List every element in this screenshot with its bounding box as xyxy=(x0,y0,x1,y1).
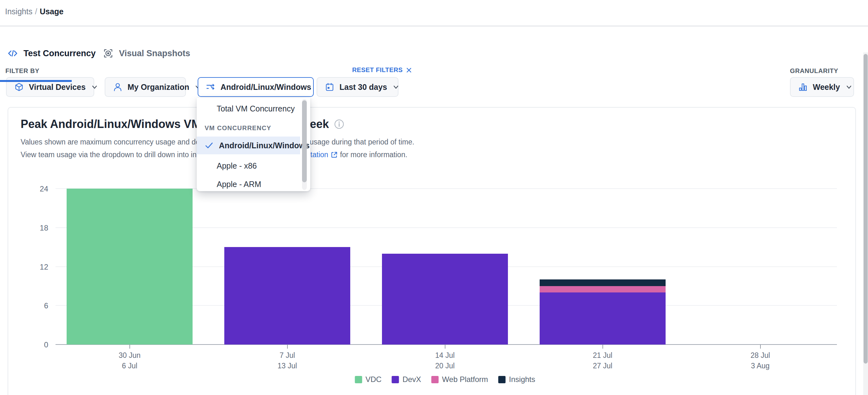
dropdown-item-label: Apple - ARM xyxy=(217,180,261,189)
filter-label: Last 30 days xyxy=(339,83,387,92)
bar-segment-web-platform[interactable] xyxy=(540,286,666,292)
page-scrollbar-track[interactable] xyxy=(863,52,868,395)
filter-organization-dropdown[interactable]: My Organization xyxy=(105,77,186,97)
filter-by-label: FILTER BY xyxy=(5,67,39,75)
dropdown-section-label: VM CONCURRENCY xyxy=(205,124,271,132)
dropdown-item-total-vm-concurrency[interactable]: Total VM Concurrency xyxy=(197,100,300,117)
legend-item-vdc[interactable]: VDC xyxy=(355,375,382,384)
close-icon xyxy=(406,67,412,73)
tab-visual-snapshots[interactable]: Visual Snapshots xyxy=(103,26,190,81)
info-icon[interactable] xyxy=(334,119,344,129)
legend-item-insights[interactable]: Insights xyxy=(498,375,535,384)
shuffle-icon xyxy=(206,82,215,92)
dropdown-item-apple-x86[interactable]: Apple - x86 xyxy=(197,158,300,174)
legend-label: DevX xyxy=(403,375,421,384)
check-icon xyxy=(205,141,214,150)
code-icon xyxy=(8,48,18,58)
dropdown-item-label: Android/Linux/Windows xyxy=(219,141,310,150)
dropdown-item-android-linux-windows[interactable]: Android/Linux/Windows xyxy=(197,137,300,154)
legend-label: VDC xyxy=(366,375,382,384)
bar-segment-insights[interactable] xyxy=(540,279,666,286)
breadcrumb-section[interactable]: Insights xyxy=(5,7,32,16)
dropdown-item-apple-arm[interactable]: Apple - ARM xyxy=(197,176,300,192)
legend-swatch xyxy=(431,376,438,383)
snapshot-eye-icon xyxy=(103,48,113,58)
bar-segment-devx[interactable] xyxy=(382,254,508,344)
bar-chart-icon xyxy=(798,82,808,92)
filter-label: Virtual Devices xyxy=(29,83,86,92)
calendar-icon xyxy=(325,82,334,92)
page-scrollbar-thumb[interactable] xyxy=(864,54,868,364)
legend-label: Insights xyxy=(509,375,535,384)
filter-date-range-dropdown[interactable]: Last 30 days xyxy=(317,77,399,97)
granularity-dropdown[interactable]: Weekly xyxy=(790,77,854,97)
active-tab-underline xyxy=(0,80,72,82)
legend-item-web-platform[interactable]: Web Platform xyxy=(431,375,488,384)
chevron-down-icon xyxy=(91,83,98,91)
reset-filters-label: RESET FILTERS xyxy=(352,66,403,74)
breadcrumb-separator: / xyxy=(35,7,37,16)
tab-label: Visual Snapshots xyxy=(119,49,190,58)
bar-segment-vdc[interactable] xyxy=(67,189,193,344)
dropdown-item-label: Total VM Concurrency xyxy=(217,104,295,113)
person-icon xyxy=(113,82,122,92)
insights-usage-page: Insights/Usage Test Concurrency Visual S… xyxy=(0,0,868,395)
dropdown-scrollbar-thumb[interactable] xyxy=(302,100,307,182)
external-link-icon[interactable] xyxy=(330,151,338,159)
tab-bar: Test Concurrency Visual Snapshots xyxy=(0,26,868,56)
filter-vm-type-dropdown[interactable]: Android/Linux/Windows xyxy=(198,77,314,97)
legend-item-devx[interactable]: DevX xyxy=(392,375,421,384)
dropdown-item-label: Apple - x86 xyxy=(217,161,257,170)
legend-label: Web Platform xyxy=(442,375,488,384)
tab-label: Test Concurrency xyxy=(24,49,96,58)
bar-segment-devx[interactable] xyxy=(224,247,350,344)
filter-label: Android/Linux/Windows xyxy=(220,83,311,92)
granularity-value: Weekly xyxy=(813,83,840,92)
chevron-down-icon xyxy=(845,83,853,91)
granularity-label: GRANULARITY xyxy=(790,67,838,75)
legend-swatch xyxy=(498,376,505,383)
chevron-down-icon xyxy=(392,83,400,91)
dropdown-scrollbar-track[interactable] xyxy=(302,99,307,190)
breadcrumb: Insights/Usage xyxy=(5,7,63,16)
bar-segment-devx[interactable] xyxy=(540,292,666,344)
vm-type-dropdown-menu: Total VM Concurrency VM CONCURRENCY Andr… xyxy=(197,98,310,191)
cube-icon xyxy=(14,82,24,92)
legend-swatch xyxy=(355,376,362,383)
subtitle-text: for more information. xyxy=(340,150,407,159)
legend-swatch xyxy=(392,376,399,383)
filter-label: My Organization xyxy=(127,83,189,92)
reset-filters-button[interactable]: RESET FILTERS xyxy=(352,66,412,74)
breadcrumb-page-title: Usage xyxy=(40,7,63,16)
chart-legend: VDCDevXWeb PlatformInsights xyxy=(355,375,535,384)
